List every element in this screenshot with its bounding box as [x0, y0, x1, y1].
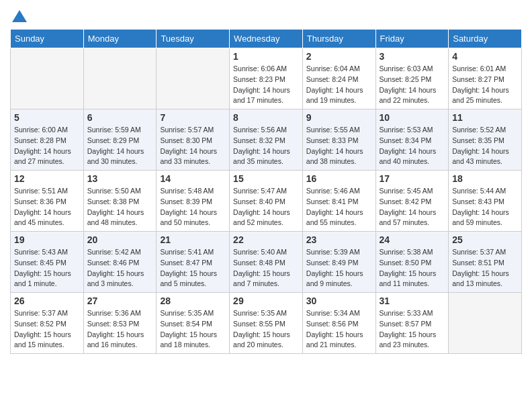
day-number: 8 — [233, 112, 299, 123]
day-info: Sunrise: 5:51 AMSunset: 8:36 PMDaylight:… — [14, 186, 80, 228]
day-of-week-header: Sunday — [11, 30, 84, 48]
day-info: Sunrise: 6:06 AMSunset: 8:23 PMDaylight:… — [233, 64, 299, 106]
calendar-day-cell: 2Sunrise: 6:04 AMSunset: 8:24 PMDaylight… — [302, 48, 375, 109]
day-number: 10 — [380, 112, 445, 123]
day-number: 17 — [380, 173, 445, 184]
day-info: Sunrise: 5:36 AMSunset: 8:53 PMDaylight:… — [87, 308, 153, 351]
day-number: 23 — [306, 234, 372, 245]
calendar-day-cell: 13Sunrise: 5:50 AMSunset: 8:38 PMDayligh… — [83, 171, 157, 232]
calendar-day-cell: 12Sunrise: 5:51 AMSunset: 8:36 PMDayligh… — [11, 171, 84, 232]
day-number: 19 — [14, 234, 80, 245]
calendar-day-cell: 27Sunrise: 5:36 AMSunset: 8:53 PMDayligh… — [83, 293, 157, 354]
day-info: Sunrise: 5:40 AMSunset: 8:48 PMDaylight:… — [233, 247, 299, 289]
day-number: 25 — [452, 234, 518, 245]
calendar-day-cell — [83, 48, 157, 109]
day-info: Sunrise: 6:03 AMSunset: 8:25 PMDaylight:… — [380, 64, 445, 106]
day-number: 21 — [160, 234, 226, 245]
day-number: 9 — [306, 112, 372, 123]
calendar-week-row: 26Sunrise: 5:37 AMSunset: 8:52 PMDayligh… — [11, 293, 522, 354]
day-number: 7 — [160, 112, 226, 123]
calendar-day-cell: 1Sunrise: 6:06 AMSunset: 8:23 PMDaylight… — [230, 48, 303, 109]
calendar-day-cell: 11Sunrise: 5:52 AMSunset: 8:35 PMDayligh… — [449, 109, 522, 171]
logo-icon — [12, 10, 27, 22]
calendar-week-row: 19Sunrise: 5:43 AMSunset: 8:45 PMDayligh… — [11, 232, 522, 293]
day-number: 27 — [87, 295, 153, 306]
day-info: Sunrise: 5:35 AMSunset: 8:54 PMDaylight:… — [160, 308, 226, 351]
day-info: Sunrise: 5:57 AMSunset: 8:30 PMDaylight:… — [160, 125, 226, 167]
day-number: 31 — [380, 295, 445, 306]
day-number: 22 — [233, 234, 299, 245]
day-info: Sunrise: 5:43 AMSunset: 8:45 PMDaylight:… — [14, 247, 80, 289]
day-number: 11 — [452, 112, 518, 123]
day-info: Sunrise: 5:45 AMSunset: 8:42 PMDaylight:… — [380, 186, 445, 228]
day-number: 18 — [452, 173, 518, 184]
day-number: 15 — [233, 173, 299, 184]
calendar-day-cell: 25Sunrise: 5:37 AMSunset: 8:51 PMDayligh… — [449, 232, 522, 293]
day-info: Sunrise: 5:35 AMSunset: 8:55 PMDaylight:… — [233, 308, 299, 351]
day-of-week-header: Thursday — [302, 30, 375, 48]
day-info: Sunrise: 5:44 AMSunset: 8:43 PMDaylight:… — [452, 186, 518, 228]
day-of-week-header: Wednesday — [230, 30, 303, 48]
calendar-day-cell: 24Sunrise: 5:38 AMSunset: 8:50 PMDayligh… — [375, 232, 449, 293]
day-number: 16 — [306, 173, 372, 184]
svg-marker-0 — [12, 10, 27, 22]
day-of-week-header: Monday — [83, 30, 157, 48]
day-number: 30 — [306, 295, 372, 306]
day-number: 6 — [87, 112, 153, 123]
calendar-day-cell: 4Sunrise: 6:01 AMSunset: 8:27 PMDaylight… — [449, 48, 522, 109]
calendar-day-cell: 17Sunrise: 5:45 AMSunset: 8:42 PMDayligh… — [375, 171, 449, 232]
day-number: 29 — [233, 295, 299, 306]
calendar-day-cell: 14Sunrise: 5:48 AMSunset: 8:39 PMDayligh… — [157, 171, 230, 232]
calendar-day-cell: 3Sunrise: 6:03 AMSunset: 8:25 PMDaylight… — [375, 48, 449, 109]
calendar-week-row: 12Sunrise: 5:51 AMSunset: 8:36 PMDayligh… — [11, 171, 522, 232]
day-number: 3 — [380, 51, 445, 62]
day-info: Sunrise: 5:38 AMSunset: 8:50 PMDaylight:… — [380, 247, 445, 289]
calendar-day-cell: 29Sunrise: 5:35 AMSunset: 8:55 PMDayligh… — [230, 293, 303, 354]
day-number: 13 — [87, 173, 153, 184]
day-info: Sunrise: 5:34 AMSunset: 8:56 PMDaylight:… — [306, 308, 372, 351]
day-info: Sunrise: 6:01 AMSunset: 8:27 PMDaylight:… — [452, 64, 518, 106]
page-header — [10, 10, 522, 22]
calendar-day-cell: 30Sunrise: 5:34 AMSunset: 8:56 PMDayligh… — [302, 293, 375, 354]
day-info: Sunrise: 5:53 AMSunset: 8:34 PMDaylight:… — [380, 125, 445, 167]
calendar-week-row: 1Sunrise: 6:06 AMSunset: 8:23 PMDaylight… — [11, 48, 522, 109]
logo — [10, 10, 27, 22]
calendar-day-cell: 23Sunrise: 5:39 AMSunset: 8:49 PMDayligh… — [302, 232, 375, 293]
calendar-day-cell: 5Sunrise: 6:00 AMSunset: 8:28 PMDaylight… — [11, 109, 84, 171]
day-info: Sunrise: 5:48 AMSunset: 8:39 PMDaylight:… — [160, 186, 226, 228]
calendar-day-cell: 22Sunrise: 5:40 AMSunset: 8:48 PMDayligh… — [230, 232, 303, 293]
calendar-header-row: SundayMondayTuesdayWednesdayThursdayFrid… — [11, 30, 522, 48]
calendar-day-cell: 7Sunrise: 5:57 AMSunset: 8:30 PMDaylight… — [157, 109, 230, 171]
calendar-table: SundayMondayTuesdayWednesdayThursdayFrid… — [10, 29, 522, 354]
day-number: 4 — [452, 51, 518, 62]
day-number: 24 — [380, 234, 445, 245]
calendar-day-cell: 10Sunrise: 5:53 AMSunset: 8:34 PMDayligh… — [375, 109, 449, 171]
day-info: Sunrise: 5:37 AMSunset: 8:52 PMDaylight:… — [14, 308, 80, 351]
day-info: Sunrise: 5:37 AMSunset: 8:51 PMDaylight:… — [452, 247, 518, 289]
calendar-day-cell: 18Sunrise: 5:44 AMSunset: 8:43 PMDayligh… — [449, 171, 522, 232]
day-info: Sunrise: 5:33 AMSunset: 8:57 PMDaylight:… — [380, 308, 445, 351]
calendar-day-cell: 20Sunrise: 5:42 AMSunset: 8:46 PMDayligh… — [83, 232, 157, 293]
calendar-day-cell: 21Sunrise: 5:41 AMSunset: 8:47 PMDayligh… — [157, 232, 230, 293]
day-info: Sunrise: 5:42 AMSunset: 8:46 PMDaylight:… — [87, 247, 153, 289]
day-number: 20 — [87, 234, 153, 245]
day-number: 1 — [233, 51, 299, 62]
day-info: Sunrise: 5:39 AMSunset: 8:49 PMDaylight:… — [306, 247, 372, 289]
day-of-week-header: Friday — [375, 30, 449, 48]
day-number: 2 — [306, 51, 372, 62]
day-of-week-header: Tuesday — [157, 30, 230, 48]
day-number: 28 — [160, 295, 226, 306]
day-info: Sunrise: 6:04 AMSunset: 8:24 PMDaylight:… — [306, 64, 372, 106]
calendar-day-cell — [11, 48, 84, 109]
calendar-week-row: 5Sunrise: 6:00 AMSunset: 8:28 PMDaylight… — [11, 109, 522, 171]
day-info: Sunrise: 5:47 AMSunset: 8:40 PMDaylight:… — [233, 186, 299, 228]
calendar-day-cell: 19Sunrise: 5:43 AMSunset: 8:45 PMDayligh… — [11, 232, 84, 293]
calendar-day-cell: 26Sunrise: 5:37 AMSunset: 8:52 PMDayligh… — [11, 293, 84, 354]
calendar-day-cell — [449, 293, 522, 354]
day-of-week-header: Saturday — [449, 30, 522, 48]
calendar-day-cell: 16Sunrise: 5:46 AMSunset: 8:41 PMDayligh… — [302, 171, 375, 232]
day-info: Sunrise: 5:52 AMSunset: 8:35 PMDaylight:… — [452, 125, 518, 167]
day-number: 14 — [160, 173, 226, 184]
calendar-day-cell: 9Sunrise: 5:55 AMSunset: 8:33 PMDaylight… — [302, 109, 375, 171]
calendar-day-cell: 15Sunrise: 5:47 AMSunset: 8:40 PMDayligh… — [230, 171, 303, 232]
